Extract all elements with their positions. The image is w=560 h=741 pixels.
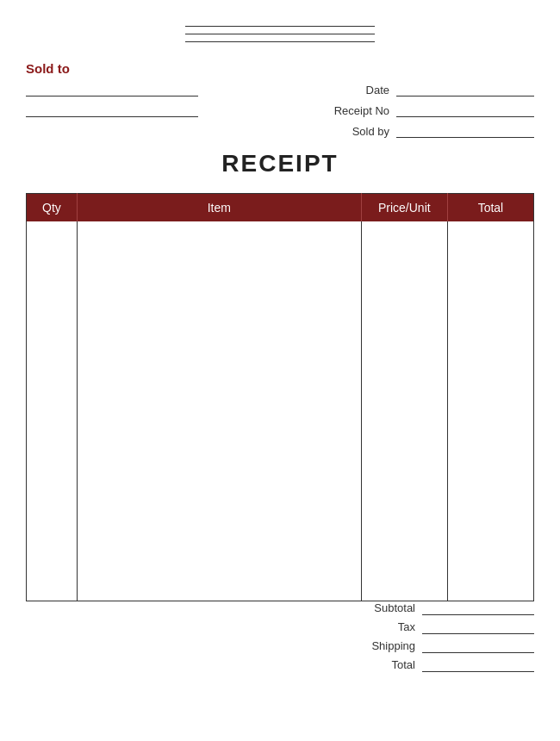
date-label: Date	[329, 84, 389, 97]
col-price-unit: Price/Unit	[361, 194, 447, 222]
header-line-3	[185, 41, 375, 42]
total-cell[interactable]	[447, 221, 533, 601]
qty-cell[interactable]	[27, 221, 78, 601]
item-cell[interactable]	[77, 221, 361, 601]
sold-by-row: Sold by	[329, 124, 534, 138]
receipt-page: Sold to Date Receipt No Sold by RECEIPT	[0, 0, 560, 741]
price-cell[interactable]	[361, 221, 447, 601]
total-row: Total	[280, 658, 534, 672]
tax-label: Tax	[355, 620, 415, 633]
sold-by-label: Sold by	[329, 125, 389, 138]
table-header-row: Qty Item Price/Unit Total	[27, 194, 534, 222]
date-row: Date	[329, 83, 534, 97]
sold-to-line-1[interactable]	[26, 83, 198, 97]
col-total: Total	[447, 194, 533, 222]
tax-row: Tax	[280, 620, 534, 634]
col-qty: Qty	[27, 194, 78, 222]
subtotal-label: Subtotal	[355, 601, 415, 614]
subtotal-input[interactable]	[422, 601, 534, 615]
receipt-table: Qty Item Price/Unit Total	[26, 193, 534, 601]
receipt-title: RECEIPT	[26, 150, 534, 177]
receipt-no-label: Receipt No	[329, 104, 389, 117]
header-line-1	[185, 26, 375, 27]
table-row	[27, 221, 534, 601]
subtotal-row: Subtotal	[280, 601, 534, 615]
tax-input[interactable]	[422, 620, 534, 634]
header-line-2	[185, 34, 375, 34]
table-header: Qty Item Price/Unit Total	[27, 194, 534, 222]
total-input[interactable]	[422, 658, 534, 672]
shipping-row: Shipping	[280, 639, 534, 653]
sold-to-lines	[26, 83, 198, 138]
sold-to-line-2[interactable]	[26, 103, 198, 117]
receipt-no-row: Receipt No	[329, 103, 534, 117]
date-input[interactable]	[396, 83, 534, 97]
sold-to-section: Date Receipt No Sold by	[26, 83, 534, 138]
table-body	[27, 221, 534, 601]
receipt-no-input[interactable]	[396, 103, 534, 117]
header-lines	[26, 26, 534, 49]
date-fields: Date Receipt No Sold by	[329, 83, 534, 138]
sold-by-input[interactable]	[396, 124, 534, 138]
shipping-input[interactable]	[422, 639, 534, 653]
total-label: Total	[355, 658, 415, 671]
summary-section: Subtotal Tax Shipping Total	[26, 601, 534, 677]
col-item: Item	[77, 194, 361, 222]
summary-table: Subtotal Tax Shipping Total	[280, 601, 534, 677]
shipping-label: Shipping	[355, 639, 415, 652]
sold-to-label: Sold to	[26, 61, 534, 76]
